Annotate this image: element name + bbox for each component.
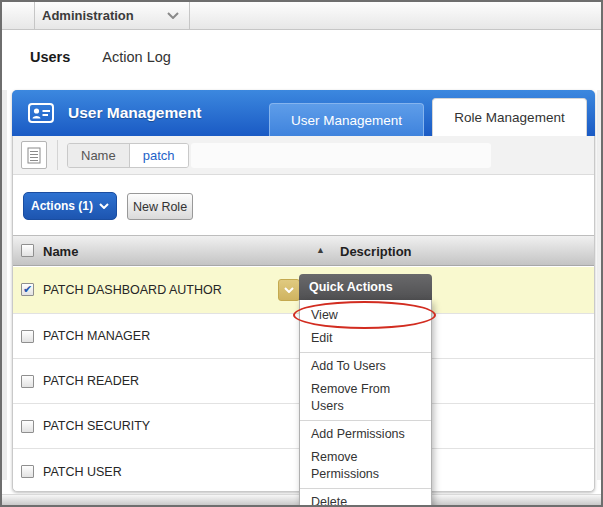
role-name: PATCH USER	[43, 449, 122, 491]
filter-bar: Name patch	[13, 136, 594, 175]
chevron-down-icon	[167, 12, 179, 19]
name-filter-chip[interactable]: Name patch	[67, 143, 189, 168]
chevron-down-icon	[284, 287, 294, 293]
chevron-down-icon	[99, 203, 109, 209]
menu-item-delete[interactable]: Delete	[300, 491, 431, 507]
role-name: PATCH MANAGER	[43, 314, 150, 358]
sub-navigation: Users Action Log	[2, 30, 601, 84]
row-checkbox[interactable]	[21, 420, 34, 433]
row-checkbox[interactable]	[21, 375, 34, 388]
menu-group: Delete	[300, 488, 431, 507]
row-checkbox[interactable]	[21, 465, 34, 478]
role-name: PATCH READER	[43, 359, 139, 403]
menu-item-edit[interactable]: Edit	[300, 327, 431, 350]
table-header: Name ▲ Description	[13, 235, 594, 266]
tab-role-management[interactable]: Role Management	[432, 98, 587, 136]
select-all-checkbox[interactable]	[21, 244, 34, 257]
filter-separator	[57, 140, 58, 170]
list-icon[interactable]	[21, 141, 47, 169]
panel-title: User Management	[68, 104, 202, 122]
role-name: PATCH DASHBOARD AUTHOR	[43, 267, 222, 313]
nav-item-action-log[interactable]: Action Log	[102, 49, 171, 65]
row-checkbox[interactable]: ✔	[21, 283, 34, 296]
quick-actions-menu-title: Quick Actions	[299, 274, 432, 300]
filter-field-label: Name	[68, 144, 130, 167]
menu-item-remove-from-users[interactable]: Remove From Users	[300, 378, 431, 418]
top-bar: Administration	[2, 2, 601, 30]
menu-group: ViewEdit	[300, 302, 431, 352]
filter-value: patch	[130, 144, 188, 167]
menu-item-add-permissions[interactable]: Add Permissions	[300, 423, 431, 446]
left-gutter	[2, 90, 7, 480]
user-card-icon	[28, 103, 54, 123]
row-checkbox[interactable]	[21, 330, 34, 343]
toolbar-row: Actions (1) New Role	[13, 175, 594, 235]
filter-input-area[interactable]	[191, 143, 491, 168]
menu-item-remove-permissions[interactable]: Remove Permissions	[300, 446, 431, 486]
menu-group: Add PermissionsRemove Permissions	[300, 420, 431, 488]
nav-item-users[interactable]: Users	[30, 49, 70, 65]
role-name: PATCH SECURITY	[43, 404, 150, 448]
row-quick-actions-button[interactable]	[278, 279, 300, 301]
quick-actions-menu-body: ViewEditAdd To UsersRemove From UsersAdd…	[299, 300, 432, 507]
tab-user-management[interactable]: User Management	[269, 103, 424, 136]
column-header-description[interactable]: Description	[340, 244, 412, 259]
right-gutter	[597, 90, 601, 480]
menu-item-view[interactable]: View	[300, 304, 431, 327]
quick-actions-menu: Quick Actions ViewEditAdd To UsersRemove…	[299, 274, 432, 507]
sort-ascending-icon[interactable]: ▲	[316, 245, 325, 255]
administration-label: Administration	[42, 8, 134, 23]
panel-header: User Management User Management Role Man…	[12, 90, 595, 136]
column-header-name[interactable]: Name	[43, 244, 78, 259]
actions-button[interactable]: Actions (1)	[23, 192, 117, 220]
menu-group: Add To UsersRemove From Users	[300, 352, 431, 420]
menu-item-add-to-users[interactable]: Add To Users	[300, 355, 431, 378]
administration-window: Administration Users Action Log User M	[0, 0, 603, 507]
actions-button-label: Actions (1)	[31, 199, 93, 213]
panel-tabs: User Management Role Management	[269, 98, 587, 136]
administration-menu[interactable]: Administration	[34, 2, 190, 29]
new-role-button[interactable]: New Role	[127, 193, 193, 220]
